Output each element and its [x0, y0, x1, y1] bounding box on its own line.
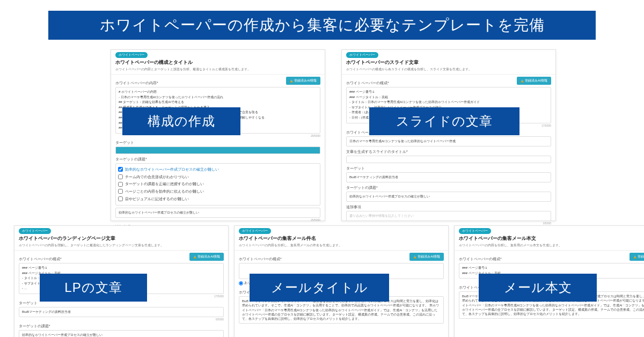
extra-input[interactable]: 盛り込みたい事例や情報を記入してください: [346, 211, 551, 221]
field-label: ターゲットの課題*: [346, 186, 551, 191]
card-title: ホワイトペーパーの構成とタイトル: [111, 59, 325, 67]
card-subtitle: ホワイトペーパーの内容を理解し、ターゲットに最適化したランディングページ文章を生…: [14, 243, 228, 251]
category-tag: ホワイトペーパー: [115, 52, 148, 58]
checkbox-row[interactable]: ターゲットの課題を正確に把握するのが難しい: [118, 180, 318, 188]
field-label: ターゲット: [19, 301, 224, 306]
overlay-label-slide: スライドの文章: [369, 107, 519, 135]
category-tag: ホワイトペーパー: [239, 228, 271, 234]
field-label: ホワイトペーパーの構成*: [459, 257, 644, 262]
char-counter: 0/5000: [346, 222, 551, 225]
tasks-area: 効率的なホワイトペーパー作成プロセスの確立が難しい チーム内での合意形成がわかり…: [115, 163, 320, 206]
card-subtitle: ホワイトペーパーの構成から各スライドの構成を分析し、スライド文章を生成します。: [342, 67, 555, 75]
slide-title-input[interactable]: [346, 156, 551, 163]
field-label: ターゲット: [115, 141, 320, 145]
main-banner: ホワイトペーパーの作成から集客に必要なテンプレートを完備: [48, 11, 596, 40]
card-subtitle: ホワイトペーパーの内容を分析し、集客用のメール本文を生成します。: [455, 243, 644, 251]
category-tag: ホワイトペーパー: [346, 52, 378, 58]
card-title: ホワイトペーパーのスライド文章: [342, 59, 555, 67]
checkbox-row[interactable]: ページごとの内容を効率的に伝えるのが難しい: [118, 188, 318, 195]
checkbox[interactable]: [118, 182, 123, 187]
card-title: ホワイトペーパーの集客メール件名: [235, 235, 448, 243]
checkbox[interactable]: [118, 174, 123, 179]
ai-info-button[interactable]: 登録済みAI情報: [630, 253, 644, 261]
checkbox[interactable]: [118, 167, 123, 172]
selected-task[interactable]: 効率的なホワイトペーパー作成プロセスの確立が難しい: [115, 208, 320, 218]
category-tag: ホワイトペーパー: [459, 228, 491, 234]
category-tag: ホワイトペーパー: [19, 228, 51, 234]
checkbox[interactable]: [118, 189, 123, 194]
char-counter: 25/5000: [115, 218, 320, 222]
char-counter: 0/5000: [19, 318, 224, 321]
card-slide-text: ホワイトペーパー ホワイトペーパーのスライド文章 ホワイトペーパーの構成から各ス…: [341, 49, 556, 221]
card-title: ホワイトペーパーのランディングページ文章: [14, 235, 228, 243]
card-subtitle: ホワイトペーパーの内容とターゲットと課題を分析、最適なタイトルと構成案を生成しま…: [111, 67, 325, 75]
overlay-label-structure: 構成の作成: [122, 107, 240, 135]
target-input[interactable]: BtoBマーケティングの資料担当者: [346, 172, 551, 182]
field-label: 文章を生成するスライドのタイトル*: [346, 150, 551, 155]
checkbox[interactable]: [118, 196, 123, 201]
checkbox-row[interactable]: 目やビジュアルに記述するのが難しい: [118, 195, 318, 203]
overlay-label-lp: LPの文章: [40, 274, 147, 302]
radio[interactable]: [239, 281, 243, 285]
ai-info-button[interactable]: 登録済みAI情報: [517, 77, 551, 85]
checkbox-row[interactable]: 効率的なホワイトペーパー作成プロセスの確立が難しい: [118, 166, 318, 173]
field-label: ターゲットの課題*: [115, 157, 320, 162]
field-label: ターゲット: [346, 166, 551, 171]
task-input[interactable]: 効率的なホワイトペーパー作成プロセスの確立が難しい: [19, 330, 224, 337]
field-label: ターゲットの課題*: [19, 324, 224, 329]
ai-info-button[interactable]: 登録済みAI情報: [189, 253, 224, 261]
checkbox-row[interactable]: チーム内での合意形成がわかりづらい: [118, 173, 318, 181]
card-title: ホワイトペーパーの集客メール本文: [455, 235, 644, 243]
field-label: 追加事項: [346, 205, 551, 210]
overlay-label-mail-title: メールタイトル: [250, 274, 389, 302]
ai-info-button[interactable]: 登録済みAI情報: [286, 77, 320, 85]
card-subtitle: ホワイトペーパーの内容を分析し、集客用メールの件名を生成します。: [235, 243, 448, 251]
radio-option[interactable]: あり: [239, 281, 251, 285]
task-input[interactable]: 効率的なホワイトペーパー作成プロセスの確立が難しい: [346, 192, 551, 202]
target-input[interactable]: [115, 146, 320, 154]
overlay-label-mail-body: メール本文: [479, 274, 597, 302]
card-structure-title: ホワイトペーパー ホワイトペーパーの構成とタイトル ホワイトペーパーの内容とター…: [111, 49, 325, 221]
ai-info-button[interactable]: 登録済みAI情報: [409, 253, 444, 261]
wp-title-input[interactable]: 日本のマーケ専用生成AIコンテツを使った効率的なホワイトペーパー作成: [346, 136, 551, 146]
target-input[interactable]: BtoBマーケティングの資料担当者: [19, 307, 224, 317]
